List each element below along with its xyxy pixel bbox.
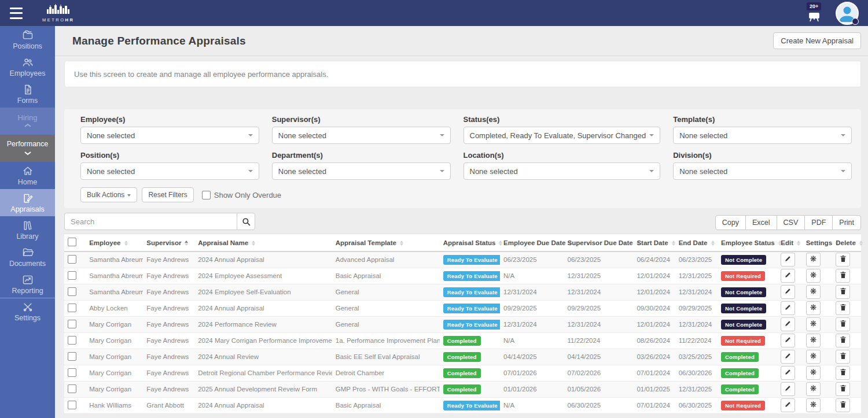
show-only-overdue-checkbox[interactable]: [202, 191, 211, 199]
sidebar-item-reporting[interactable]: Reporting: [0, 271, 55, 298]
settings-button[interactable]: [806, 301, 821, 315]
employee-status-badge: Not Complete: [721, 255, 766, 265]
cell-supervisor-due-date: 01/05/2026: [564, 381, 634, 397]
column-header-delete[interactable]: Delete: [832, 234, 861, 252]
appraisal-status-badge: Ready To Evaluate: [443, 255, 500, 265]
column-header-appraisal-status[interactable]: Appraisal Status: [440, 234, 500, 252]
column-header-employee-status[interactable]: Employee Status: [718, 234, 777, 252]
row-checkbox[interactable]: [68, 304, 76, 312]
csv-export-button[interactable]: CSV: [777, 215, 806, 230]
edit-button[interactable]: [781, 317, 795, 331]
settings-button[interactable]: [806, 398, 821, 412]
settings-button[interactable]: [806, 366, 821, 380]
cell-employee-due-date: 12/31/2024: [500, 284, 564, 300]
appraisal-status-badge: Completed: [443, 368, 481, 378]
row-checkbox[interactable]: [68, 352, 76, 361]
row-checkbox[interactable]: [68, 368, 76, 377]
column-header-settings[interactable]: Settings: [803, 234, 833, 252]
column-header-start-date[interactable]: Start Date: [633, 234, 675, 252]
filter-select-supervisors[interactable]: None selected: [272, 127, 451, 144]
delete-button[interactable]: [836, 398, 850, 412]
settings-button[interactable]: [806, 285, 821, 299]
sidebar-item-home[interactable]: Home: [0, 162, 55, 189]
sidebar-item-appraisals[interactable]: Appraisals: [0, 189, 55, 216]
filter-select-statuses[interactable]: Completed, Ready To Evaluate, Supervisor…: [464, 127, 661, 144]
row-checkbox[interactable]: [68, 320, 76, 328]
settings-button[interactable]: [806, 350, 821, 364]
settings-button[interactable]: [806, 382, 821, 396]
column-header-end-date[interactable]: End Date: [675, 234, 718, 252]
sidebar-item-documents[interactable]: Documents: [0, 243, 55, 271]
delete-button[interactable]: [836, 285, 850, 299]
appraisals-table: EmployeeSupervisorAppraisal NameAppraisa…: [64, 234, 861, 414]
edit-button[interactable]: [781, 301, 795, 315]
excel-export-button[interactable]: Excel: [745, 215, 777, 230]
edit-button[interactable]: [781, 253, 795, 267]
row-checkbox[interactable]: [68, 255, 76, 264]
column-header-appraisal-template[interactable]: Appraisal Template: [332, 234, 440, 252]
search-input[interactable]: [64, 213, 237, 230]
delete-button[interactable]: [836, 350, 850, 364]
filter-select-templates[interactable]: None selected: [673, 127, 852, 144]
column-header-supervisor[interactable]: Supervisor: [143, 234, 194, 252]
cell-appraisal-name: 2024 Annual Appraisal: [194, 300, 332, 316]
filter-employees: Employee(s)None selected: [80, 115, 259, 144]
settings-button[interactable]: [806, 253, 821, 267]
edit-button[interactable]: [781, 269, 795, 283]
filter-select-employees[interactable]: None selected: [80, 127, 259, 144]
delete-button[interactable]: [836, 382, 850, 396]
search-button[interactable]: [237, 213, 255, 230]
filter-select-locations[interactable]: None selected: [464, 162, 661, 180]
hamburger-menu-icon[interactable]: [10, 8, 25, 19]
filter-select-departments[interactable]: None selected: [272, 162, 451, 180]
delete-button[interactable]: [836, 334, 850, 347]
reset-filters-button[interactable]: Reset Filters: [142, 187, 193, 202]
user-avatar[interactable]: [836, 2, 859, 25]
metrohr-logo[interactable]: METROHR: [42, 4, 74, 23]
row-checkbox[interactable]: [68, 384, 76, 393]
settings-button[interactable]: [806, 269, 821, 283]
select-all-checkbox[interactable]: [68, 238, 76, 246]
edit-button[interactable]: [781, 350, 795, 364]
sidebar-item-forms[interactable]: Forms: [0, 80, 55, 108]
sidebar-item-library[interactable]: Library: [0, 216, 55, 243]
edit-button[interactable]: [781, 285, 795, 299]
edit-button[interactable]: [781, 366, 795, 380]
sidebar-item-settings[interactable]: Settings: [0, 298, 55, 325]
cell-employee-due-date: 09/29/2025: [500, 300, 564, 316]
edit-button[interactable]: [781, 398, 795, 412]
sidebar-item-performance[interactable]: Performance: [0, 135, 55, 162]
column-header-appraisal-name[interactable]: Appraisal Name: [194, 234, 332, 252]
delete-button[interactable]: [836, 253, 850, 267]
sidebar-item-hiring[interactable]: Hiring: [0, 108, 55, 135]
filter-select-divisions[interactable]: None selected: [673, 162, 852, 180]
sidebar-item-positions[interactable]: Positions: [0, 26, 55, 53]
column-header-supervisor-due-date[interactable]: Supervisor Due Date: [564, 234, 634, 252]
edit-button[interactable]: [781, 382, 795, 396]
delete-button[interactable]: [836, 301, 850, 315]
notifications-button[interactable]: 20+: [806, 5, 823, 22]
row-checkbox[interactable]: [68, 336, 76, 345]
delete-button[interactable]: [836, 317, 850, 331]
column-header-employee-due-date[interactable]: Employee Due Date: [500, 234, 564, 252]
column-header-employee[interactable]: Employee: [86, 234, 143, 252]
print-export-button[interactable]: Print: [832, 215, 861, 230]
filter-supervisors: Supervisor(s)None selected: [272, 115, 451, 144]
chevron-down-icon: [248, 134, 253, 136]
sidebar-item-employees[interactable]: Employees: [0, 53, 55, 80]
row-checkbox[interactable]: [68, 271, 76, 280]
row-checkbox[interactable]: [68, 287, 76, 296]
create-new-appraisal-button[interactable]: Create New Appraisal: [773, 32, 861, 49]
delete-button[interactable]: [836, 269, 850, 283]
edit-button[interactable]: [781, 334, 795, 347]
filter-select-positions[interactable]: None selected: [80, 162, 259, 180]
bulk-actions-button[interactable]: Bulk Actions: [80, 187, 137, 202]
column-header-edit[interactable]: Edit: [777, 234, 802, 252]
row-checkbox[interactable]: [68, 401, 76, 409]
settings-button[interactable]: [806, 334, 821, 347]
delete-button[interactable]: [836, 366, 850, 380]
settings-button[interactable]: [806, 317, 821, 331]
pdf-export-button[interactable]: PDF: [804, 215, 833, 230]
copy-export-button[interactable]: Copy: [715, 215, 746, 230]
filter-label: Status(es): [464, 115, 661, 124]
